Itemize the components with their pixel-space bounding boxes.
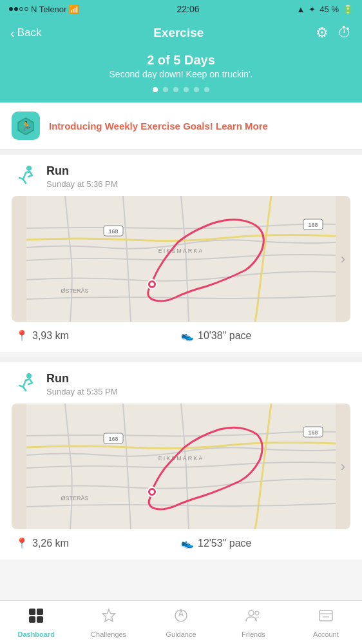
pin-icon-1: 📍 <box>15 329 28 342</box>
pin-icon-2: 📍 <box>15 537 28 549</box>
goals-icon-wrap: 🏃 <box>12 112 40 140</box>
nav-account-label: Account <box>313 630 339 638</box>
svg-point-2 <box>26 166 32 171</box>
svg-text:ØSTERÅS: ØSTERÅS <box>61 288 88 294</box>
streak-dot-4 <box>184 87 189 92</box>
divider-1 <box>0 150 362 155</box>
streak-subtitle: Second day down! Keep on truckin'. <box>0 69 362 79</box>
nav-challenges-label: Challenges <box>91 630 126 638</box>
streak-dot-3 <box>173 87 178 92</box>
pace-value-2: 12'53" pace <box>198 538 251 549</box>
bottom-nav: Dashboard Challenges Guidance Friends Ac… <box>0 600 362 644</box>
distance-value-1: 3,93 km <box>32 330 69 342</box>
svg-rect-24 <box>29 616 35 623</box>
streak-title: 2 of 5 Days <box>0 53 362 68</box>
pace-stat-1: 👟 10'38" pace <box>181 329 347 342</box>
goals-banner: 🏃 Introducing Weekly Exercise Goals! Lea… <box>0 102 362 150</box>
stats-row-2: 📍 3,26 km 👟 12'53" pace <box>0 529 362 560</box>
exercise-item-1: Run Sunday at 5:36 PM <box>0 155 362 352</box>
svg-text:EIKSMARKA: EIKSMARKA <box>158 248 204 254</box>
run-info-2: Run Sunday at 5:35 PM <box>46 372 118 396</box>
nav-dashboard-label: Dashboard <box>17 630 54 638</box>
exercise-badge-icon: 🏃 <box>17 117 35 135</box>
svg-rect-25 <box>37 616 43 623</box>
stats-row-1: 📍 3,93 km 👟 10'38" pace <box>0 322 362 352</box>
run-icon-2 <box>12 371 37 397</box>
streak-dots <box>0 87 362 92</box>
signal-dots <box>9 7 28 11</box>
exercise-header-2: Run Sunday at 5:35 PM <box>0 362 362 404</box>
nav-guidance[interactable]: Guidance <box>145 601 217 644</box>
svg-point-11 <box>150 282 154 286</box>
svg-point-21 <box>150 490 154 494</box>
map-container-1[interactable]: 168 168 EIKSMARKA ØSTERÅS › <box>12 196 350 322</box>
dot3 <box>19 7 23 11</box>
run-title-1: Run <box>46 164 118 178</box>
status-bar: N Telenor 📶 22:06 ▲ ✦ 45 % 🔋 <box>0 0 362 18</box>
svg-text:EIKSMARKA: EIKSMARKA <box>158 455 204 462</box>
nav-challenges[interactable]: Challenges <box>72 601 144 644</box>
battery-label: 45 % <box>319 5 339 14</box>
guidance-icon <box>173 607 189 628</box>
nav-dashboard[interactable]: Dashboard <box>0 601 72 644</box>
exercise-item-2: Run Sunday at 5:35 PM <box>0 362 362 560</box>
streak-dot-2 <box>163 87 168 92</box>
divider-2 <box>0 357 362 362</box>
map-chevron-2: › <box>341 458 345 475</box>
battery-icon: 🔋 <box>343 5 353 14</box>
shoe-icon-1: 👟 <box>181 329 194 342</box>
svg-text:🏃: 🏃 <box>21 121 32 132</box>
wifi-icon: 📶 <box>69 5 79 14</box>
streak-dot-6 <box>204 87 209 92</box>
goals-main-text: Introducing Weekly Exercise Goals! <box>49 121 213 132</box>
bluetooth-icon: ✦ <box>309 5 316 14</box>
content-scroll: 🏃 Introducing Weekly Exercise Goals! Lea… <box>0 102 362 609</box>
svg-text:ØSTERÅS: ØSTERÅS <box>61 495 88 502</box>
svg-point-28 <box>255 611 259 615</box>
svg-point-27 <box>249 610 254 616</box>
back-label: Back <box>17 26 42 39</box>
status-left: N Telenor 📶 <box>9 5 79 14</box>
nav-friends-label: Friends <box>242 630 265 638</box>
carrier-label: N Telenor <box>31 5 66 14</box>
map-svg-1: 168 168 EIKSMARKA ØSTERÅS <box>12 196 350 322</box>
run-title-2: Run <box>46 372 118 385</box>
nav-guidance-label: Guidance <box>166 630 196 638</box>
map-container-2[interactable]: 168 168 EIKSMARKA ØSTERÅS › <box>12 404 350 529</box>
nav-friends[interactable]: Friends <box>217 601 289 644</box>
back-chevron-icon: ‹ <box>10 26 15 41</box>
distance-stat-2: 📍 3,26 km <box>15 537 181 549</box>
exercise-header-1: Run Sunday at 5:36 PM <box>0 155 362 196</box>
map-chevron-1: › <box>341 251 345 268</box>
settings-icon[interactable]: ⚙ <box>316 24 329 41</box>
streak-dot-1 <box>153 87 158 92</box>
header: ‹ Back Exercise ⚙ ⏱ <box>0 18 362 50</box>
distance-stat-1: 📍 3,93 km <box>15 329 181 342</box>
timer-icon[interactable]: ⏱ <box>338 24 352 41</box>
svg-text:168: 168 <box>308 222 318 228</box>
run-icon-wrap-1 <box>12 164 37 190</box>
back-button[interactable]: ‹ Back <box>10 26 41 41</box>
svg-rect-29 <box>319 610 332 621</box>
run-icon-wrap-2 <box>12 371 37 397</box>
header-icons: ⚙ ⏱ <box>316 24 352 41</box>
distance-value-2: 3,26 km <box>32 538 69 549</box>
pace-value-1: 10'38" pace <box>198 330 251 342</box>
streak-banner: 2 of 5 Days Second day down! Keep on tru… <box>0 50 362 102</box>
svg-text:168: 168 <box>108 436 118 442</box>
streak-dot-5 <box>194 87 199 92</box>
goals-text: Introducing Weekly Exercise Goals! Learn… <box>49 119 268 133</box>
dot2 <box>14 7 18 11</box>
time-label: 22:06 <box>176 4 199 14</box>
goals-link[interactable]: Learn More <box>216 121 268 132</box>
run-time-2: Sunday at 5:35 PM <box>46 387 118 396</box>
nav-account[interactable]: Account <box>290 601 362 644</box>
svg-rect-22 <box>29 609 35 615</box>
run-time-1: Sunday at 5:36 PM <box>46 179 118 189</box>
location-icon: ▲ <box>296 5 305 14</box>
run-info-1: Run Sunday at 5:36 PM <box>46 164 118 189</box>
dot4 <box>24 7 28 11</box>
svg-text:168: 168 <box>108 228 118 235</box>
svg-rect-23 <box>37 609 43 615</box>
friends-icon <box>245 607 262 628</box>
